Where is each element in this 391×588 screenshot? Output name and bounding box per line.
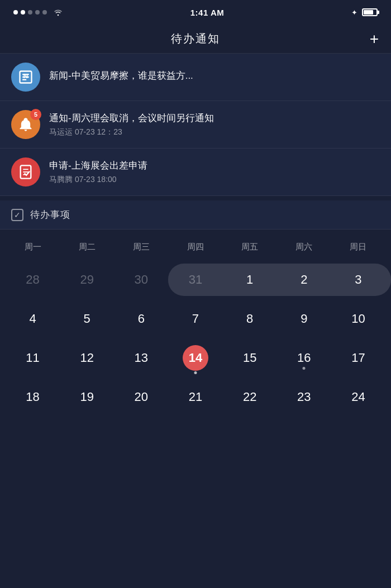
calendar-day-wrapper[interactable]: 8 xyxy=(223,300,277,337)
calendar-day-wrapper[interactable]: 15 xyxy=(223,340,277,376)
calendar-day[interactable]: 19 xyxy=(80,383,93,411)
signal-dot-3 xyxy=(28,10,32,15)
calendar-week-0: 28293031123 xyxy=(6,261,385,298)
weekday-label: 周四 xyxy=(168,238,222,256)
calendar-day-wrapper[interactable]: 20 xyxy=(114,379,168,415)
page-title: 待办通知 xyxy=(171,31,220,46)
calendar-day-wrapper[interactable]: 29 xyxy=(60,261,114,298)
calendar-day-wrapper[interactable]: 23 xyxy=(277,379,331,415)
signal-dot-2 xyxy=(21,10,25,15)
signal-dot-1 xyxy=(13,10,18,15)
bell-icon-container: 5 xyxy=(11,110,40,139)
checkbox-check-icon: ✓ xyxy=(14,211,21,219)
weekday-label: 周日 xyxy=(331,238,385,256)
calendar-day-wrapper[interactable]: 5 xyxy=(60,300,114,337)
calendar-day[interactable]: 29 xyxy=(80,266,93,294)
calendar-day[interactable]: 7 xyxy=(192,305,199,333)
notice-title: 通知-周六理会取消，会议时间另行通知 xyxy=(49,112,380,125)
form-icon xyxy=(18,164,34,180)
apply-meta: 马腾腾 07-23 18:00 xyxy=(49,175,380,185)
calendar-day-wrapper[interactable]: 28 xyxy=(6,261,60,298)
calendar-day[interactable]: 24 xyxy=(351,383,365,411)
calendar-day[interactable]: 1 xyxy=(246,266,253,294)
calendar-day[interactable]: 8 xyxy=(246,305,253,333)
calendar-day-wrapper[interactable]: 11 xyxy=(6,340,60,376)
calendar-day[interactable]: 15 xyxy=(243,344,256,372)
notification-item-apply[interactable]: 申请-上海展会出差申请 马腾腾 07-23 18:00 xyxy=(0,149,391,196)
calendar-day[interactable]: 4 xyxy=(29,305,36,333)
calendar-week-3: 18192021222324 xyxy=(6,379,385,415)
battery-icon xyxy=(362,8,378,16)
calendar-day-wrapper[interactable]: 18 xyxy=(6,379,60,415)
calendar-day[interactable]: 10 xyxy=(351,305,365,333)
news-icon-container: N xyxy=(11,63,40,92)
page-header: 待办通知 + xyxy=(0,25,391,54)
calendar-day[interactable]: 3 xyxy=(355,266,361,294)
weekday-label: 周三 xyxy=(114,238,168,256)
weekday-label: 周一 xyxy=(6,238,60,256)
notification-item-notice[interactable]: 5 通知-周六理会取消，会议时间另行通知 马运运 07-23 12：23 xyxy=(0,101,391,149)
status-time: 1:41 AM xyxy=(190,8,224,17)
calendar-day[interactable]: 2 xyxy=(301,266,307,294)
calendar-day[interactable]: 17 xyxy=(351,344,365,372)
calendar-week-1: 45678910 xyxy=(6,300,385,337)
notification-item-news[interactable]: N 新闻-中美贸易摩擦，谁是获益方... xyxy=(0,54,391,101)
calendar-day[interactable]: 21 xyxy=(189,383,202,411)
calendar-day[interactable]: 23 xyxy=(297,383,311,411)
calendar-day-wrapper[interactable]: 14 xyxy=(168,340,222,376)
calendar-day[interactable]: 5 xyxy=(84,305,90,333)
form-icon-container xyxy=(11,157,40,187)
calendar-day-wrapper[interactable]: 9 xyxy=(277,300,331,337)
notification-badge: 5 xyxy=(30,109,41,120)
calendar-day[interactable]: 9 xyxy=(301,305,307,333)
calendar-dot xyxy=(194,371,197,374)
calendar-day-wrapper[interactable]: 16 xyxy=(277,340,331,376)
calendar-day-wrapper[interactable]: 19 xyxy=(60,379,114,415)
weekday-label: 周五 xyxy=(223,238,277,256)
calendar-day[interactable]: 20 xyxy=(135,383,148,411)
add-button[interactable]: + xyxy=(370,31,379,47)
calendar-day-wrapper[interactable]: 6 xyxy=(114,300,168,337)
calendar-weekdays: 周一周二周三周四周五周六周日 xyxy=(6,238,385,256)
apply-title: 申请-上海展会出差申请 xyxy=(49,159,380,173)
calendar-day-wrapper[interactable]: 10 xyxy=(331,300,385,337)
calendar-day[interactable]: 12 xyxy=(80,344,93,372)
bluetooth-icon: ✦ xyxy=(351,8,357,17)
calendar-day-wrapper[interactable]: 24 xyxy=(331,379,385,415)
weekday-label: 周六 xyxy=(277,238,331,256)
news-content: 新闻-中美贸易摩擦，谁是获益方... xyxy=(49,69,380,85)
weekday-label: 周二 xyxy=(60,238,114,256)
calendar-day-wrapper[interactable]: 12 xyxy=(60,340,114,376)
calendar: 周一周二周三周四周五周六周日 2829303112345678910111213… xyxy=(0,230,391,415)
battery-fill xyxy=(364,10,373,15)
calendar-week-2: 11121314151617 xyxy=(6,340,385,376)
todo-checkbox[interactable]: ✓ xyxy=(11,209,23,221)
signal-dot-5 xyxy=(42,10,47,15)
calendar-day[interactable]: 18 xyxy=(26,383,39,411)
notification-list: N 新闻-中美贸易摩擦，谁是获益方... 5 通知-周六理会取消，会议时间另行通… xyxy=(0,54,391,196)
notice-content: 通知-周六理会取消，会议时间另行通知 马运运 07-23 12：23 xyxy=(49,112,380,137)
calendar-day[interactable]: 28 xyxy=(26,266,39,294)
calendar-day-wrapper[interactable]: 21 xyxy=(168,379,222,415)
calendar-day[interactable]: 31 xyxy=(189,266,202,294)
calendar-day-wrapper[interactable]: 4 xyxy=(6,300,60,337)
calendar-day-wrapper[interactable]: 13 xyxy=(114,340,168,376)
news-icon: N xyxy=(18,69,34,85)
calendar-day[interactable]: 13 xyxy=(135,344,148,372)
calendar-day[interactable]: 22 xyxy=(243,383,256,411)
calendar-day[interactable]: 16 xyxy=(297,344,311,372)
status-bar: 1:41 AM ✦ xyxy=(0,0,391,25)
calendar-day-wrapper[interactable]: 30 xyxy=(114,261,168,298)
status-right: ✦ xyxy=(351,8,378,17)
calendar-day[interactable]: 6 xyxy=(138,305,145,333)
calendar-day-wrapper[interactable]: 7 xyxy=(168,300,222,337)
calendar-day-wrapper[interactable]: 17 xyxy=(331,340,385,376)
svg-text:N: N xyxy=(23,72,28,79)
calendar-day[interactable]: 30 xyxy=(135,266,148,294)
calendar-body: 2829303112345678910111213141516171819202… xyxy=(6,261,385,415)
todo-section[interactable]: ✓ 待办事项 xyxy=(0,196,391,230)
calendar-day[interactable]: 11 xyxy=(26,344,39,372)
signal-dot-4 xyxy=(35,10,40,15)
calendar-day[interactable]: 14 xyxy=(183,345,208,371)
calendar-day-wrapper[interactable]: 22 xyxy=(223,379,277,415)
